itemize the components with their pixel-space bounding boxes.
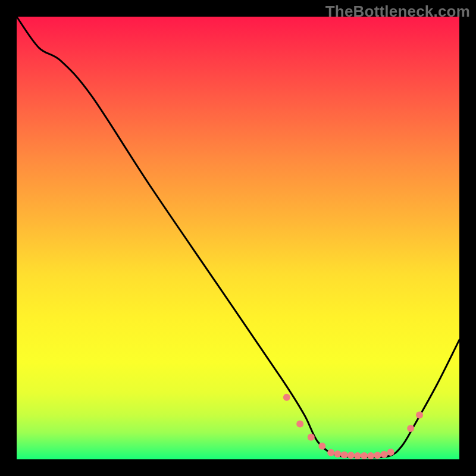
chart-svg — [17, 17, 459, 459]
plot-area — [17, 17, 459, 459]
marker-dot — [374, 452, 381, 459]
marker-dot — [334, 450, 341, 458]
marker-dot — [387, 449, 394, 456]
marker-dot — [407, 425, 414, 432]
chart-frame: TheBottleneck.com — [0, 0, 476, 476]
marker-dot — [361, 452, 368, 459]
marker-dot — [367, 452, 374, 459]
curve-path — [17, 17, 459, 458]
marker-dot — [341, 452, 348, 459]
marker-dot — [416, 412, 423, 419]
marker-dot — [318, 443, 325, 450]
marker-dot — [296, 420, 303, 427]
marker-dot — [283, 394, 290, 401]
marker-dot — [354, 452, 361, 459]
marker-group — [283, 394, 423, 459]
marker-dot — [381, 451, 388, 458]
marker-dot — [327, 449, 334, 456]
marker-dot — [347, 452, 355, 459]
marker-dot — [308, 434, 315, 441]
